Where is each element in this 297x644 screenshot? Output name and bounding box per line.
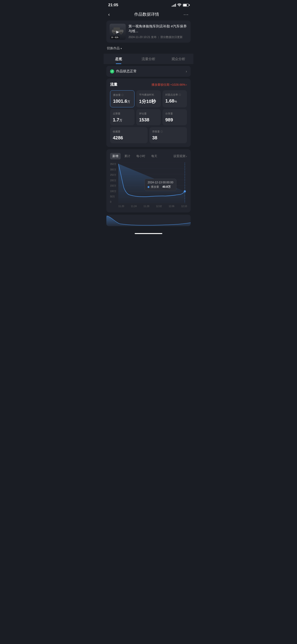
tooltip-row: 播放量 40.9万: [148, 185, 173, 189]
video-info-card: 第一视角 ▶ 第一视角体验拖车到店补胎 #汽车保养与维... 2024-11-2…: [106, 20, 191, 42]
tabs-container: 总览 流量分析 观众分析: [104, 54, 194, 64]
stats-row-3: 收藏量 4286 弹幕量 ⓘ 38: [110, 127, 187, 143]
danmu-value: 38: [152, 135, 184, 140]
thumb-label: 第一视角: [110, 36, 119, 39]
tab-overview[interactable]: 总览: [104, 54, 134, 64]
tooltip-value: 40.9万: [162, 185, 170, 189]
stat-avg-duration[interactable]: 平均播放时长 1分10秒: [136, 90, 161, 107]
chart-tooltip: 2024-12-13 00:00:00 播放量 40.9万: [144, 179, 176, 191]
favorites-label: 收藏量: [113, 130, 120, 133]
wifi-icon: [177, 3, 182, 7]
stat-click-rate[interactable]: 封面点击率 ⓘ 1.68%: [162, 90, 187, 107]
favorites-value: 4286: [113, 135, 145, 140]
stat-likes[interactable]: 点赞量 1.7万: [110, 109, 134, 125]
likes-label: 点赞量: [113, 112, 120, 116]
video-date: 2024-11-20 10:21 发布 部分数据次日更新: [128, 35, 188, 39]
click-rate-value: 1.68%: [165, 98, 184, 104]
danmu-label: 弹幕量: [152, 130, 160, 133]
svg-point-3: [120, 32, 122, 34]
shares-label: 分享量: [165, 112, 173, 116]
section-header: 流量 播放量较往期 +1028.66% ›: [110, 82, 187, 87]
filter-cumulative[interactable]: 累计: [122, 153, 132, 160]
video-thumbnail[interactable]: 第一视角 ▶: [110, 24, 126, 40]
filter-new[interactable]: 新增: [110, 153, 121, 160]
danmu-info-icon[interactable]: ⓘ: [160, 130, 163, 133]
trend-button[interactable]: 播放量较往期 +1028.66% ›: [152, 83, 187, 87]
chart-filters: 新增 累计 每小时 每天 设置观测 ›: [110, 153, 187, 160]
status-left: 作品状态正常: [110, 69, 137, 74]
status-time: 21:05: [108, 3, 118, 7]
avg-duration-label: 平均播放时长: [139, 93, 154, 96]
page-title: 作品数据详情: [134, 12, 159, 17]
avg-duration-value: 1分10秒: [139, 98, 158, 104]
switch-work-label: 切换作品: [107, 46, 120, 50]
video-meta: 第一视角体验拖车到店补胎 #汽车保养与维... 2024-11-20 10:21…: [128, 24, 188, 39]
click-rate-info-icon[interactable]: ⓘ: [179, 93, 181, 96]
stat-comments[interactable]: 评论量 1538: [136, 109, 161, 125]
tab-audience[interactable]: 观众分析: [164, 54, 194, 64]
observe-arrow-icon: ›: [186, 154, 187, 158]
play-icon: ▶: [116, 30, 119, 34]
play-count-label: 播放量: [113, 93, 121, 97]
status-arrow-icon: ›: [186, 69, 187, 74]
click-rate-label: 封面点击率: [165, 93, 178, 96]
tab-traffic[interactable]: 流量分析: [134, 54, 164, 64]
stats-row-2: 点赞量 1.7万 评论量 1538 分享量 989: [110, 109, 187, 125]
home-bar: [135, 233, 162, 234]
battery-icon: [183, 4, 189, 7]
nav-header: ‹ 作品数据详情 ···: [104, 9, 194, 20]
status-icons: [172, 3, 189, 7]
section-title: 流量: [110, 82, 118, 87]
comments-value: 1538: [139, 117, 158, 122]
chevron-down-icon: ▾: [121, 47, 122, 50]
more-button[interactable]: ···: [184, 12, 189, 17]
home-indicator: [104, 228, 194, 236]
status-dot-icon: [110, 69, 114, 74]
mini-chart-svg: [106, 215, 191, 226]
stat-favorites[interactable]: 收藏量 4286: [110, 127, 148, 143]
chart-section: 新增 累计 每小时 每天 设置观测 › 350万 300万 250万 200万 …: [106, 149, 191, 212]
stats-row-1: 播放量 ⓘ 1001.6万 平均播放时长 1分10秒 封面点击率 ⓘ 1.68%: [110, 90, 187, 107]
likes-value: 1.7万: [113, 117, 132, 122]
mini-chart: [106, 215, 191, 226]
stat-danmu[interactable]: 弹幕量 ⓘ 38: [150, 127, 187, 143]
status-text: 作品状态正常: [116, 69, 137, 74]
signal-icon: [172, 4, 176, 7]
chart-y-axis: 350万 300万 250万 200万 150万 100万 50万 0: [110, 162, 118, 203]
switch-work-button[interactable]: 切换作品 ▾: [104, 44, 194, 54]
tooltip-metric: 播放量: [151, 185, 159, 189]
play-count-info-icon[interactable]: ⓘ: [121, 94, 124, 97]
traffic-section: 流量 播放量较往期 +1028.66% › 播放量 ⓘ 1001.6万 平均播放…: [106, 78, 191, 147]
stat-shares[interactable]: 分享量 989: [162, 109, 187, 125]
back-button[interactable]: ‹: [108, 12, 110, 17]
video-title: 第一视角体验拖车到店补胎 #汽车保养与维...: [128, 24, 188, 34]
svg-point-2: [113, 32, 115, 34]
shares-value: 989: [165, 117, 184, 122]
trend-arrow-icon: ›: [186, 83, 187, 86]
status-banner[interactable]: 作品状态正常 ›: [106, 66, 191, 77]
svg-point-13: [184, 190, 186, 192]
observe-button[interactable]: 设置观测 ›: [173, 154, 187, 158]
filter-hourly[interactable]: 每小时: [134, 153, 148, 160]
play-count-value: 1001.6万: [113, 98, 132, 104]
tooltip-dot-icon: [148, 186, 150, 188]
status-bar: 21:05: [104, 0, 194, 9]
tooltip-date: 2024-12-13 00:00:00: [148, 181, 173, 184]
chart-area: 350万 300万 250万 200万 150万 100万 50万 0: [110, 162, 187, 209]
observe-label: 设置观测: [173, 154, 185, 158]
comments-label: 评论量: [139, 112, 147, 116]
chart-x-axis: 11.20 11.24 11.28 12.02 12.06 12.10: [118, 204, 187, 209]
filter-daily[interactable]: 每天: [149, 153, 160, 160]
stat-play-count[interactable]: 播放量 ⓘ 1001.6万: [110, 90, 134, 107]
filter-buttons: 新增 累计 每小时 每天: [110, 153, 160, 160]
trend-text: 播放量较往期 +1028.66%: [152, 83, 186, 87]
